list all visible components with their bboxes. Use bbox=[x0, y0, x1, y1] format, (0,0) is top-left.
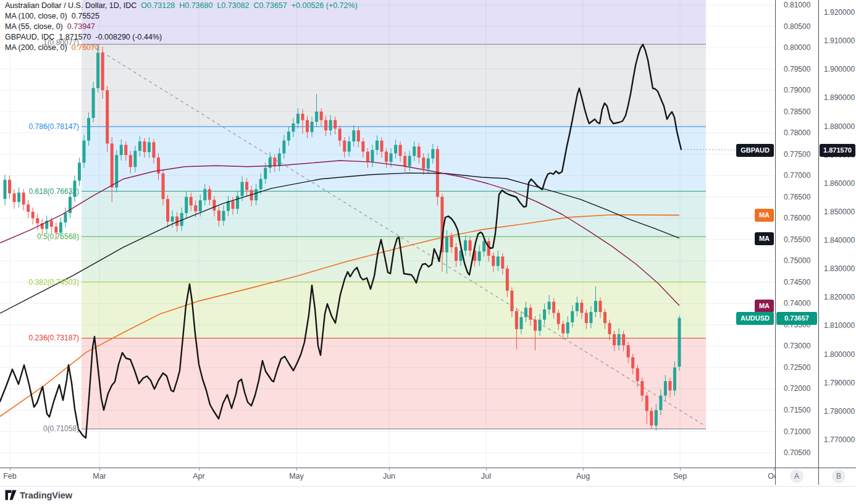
time-axis-border bbox=[0, 468, 856, 468]
gbpaud-change: -0.008290 (-0.44%) bbox=[95, 33, 162, 41]
gbpaud-label: GBPAUD, IDC bbox=[5, 33, 54, 41]
gbpaud-value: 1.871570 bbox=[59, 33, 91, 41]
price-tick: 1.850000 bbox=[824, 207, 855, 217]
price-tick: 1.920000 bbox=[824, 7, 855, 17]
month-tick bbox=[680, 468, 681, 471]
legend-ma200[interactable]: MA (200, close, 0)0.76070 bbox=[5, 43, 104, 52]
price-tick: 0.72000 bbox=[784, 384, 810, 393]
price-tick: 0.77000 bbox=[784, 170, 810, 180]
price-tick: 0.76000 bbox=[784, 213, 810, 223]
month-tick bbox=[10, 468, 10, 471]
month-label: Aug bbox=[569, 472, 597, 481]
ma100-value: 0.75525 bbox=[72, 12, 99, 20]
price-tick: 1.880000 bbox=[824, 122, 855, 132]
ohlc-high: H0.73680 bbox=[179, 1, 212, 10]
price-tick: 0.76500 bbox=[784, 192, 810, 202]
price-tick: 0.70500 bbox=[784, 448, 810, 458]
month-label: Jun bbox=[376, 472, 403, 481]
legend-main-series[interactable]: Australian Dollar / U.S. Dollar, 1D, IDC… bbox=[5, 1, 362, 10]
legend-ma55[interactable]: MA (55, close, 0)0.73947 bbox=[5, 22, 99, 32]
footer-divider bbox=[0, 486, 856, 487]
price-tick: 0.73000 bbox=[784, 341, 810, 351]
axis-separator-1 bbox=[775, 0, 776, 485]
scale-a-button[interactable]: A bbox=[790, 469, 804, 483]
gbpaud-last-price-badge: 1.871570 bbox=[820, 144, 855, 157]
month-tick bbox=[583, 468, 584, 471]
ma55-label: MA (55, close, 0) bbox=[5, 22, 63, 31]
price-tick: 1.800000 bbox=[824, 350, 855, 359]
gbpaud-price-flag: GBPAUD bbox=[736, 144, 774, 157]
legend-gbpaud[interactable]: GBPAUD, IDC1.871570-0.008290 (-0.44%) bbox=[5, 33, 166, 42]
price-tick: 1.790000 bbox=[824, 378, 855, 388]
ma55-value: 0.73947 bbox=[67, 22, 95, 31]
price-tick: 1.890000 bbox=[824, 93, 855, 103]
legend-ma100[interactable]: MA (100, close, 0)0.75525 bbox=[5, 12, 104, 21]
month-label: May bbox=[283, 472, 310, 481]
ma100-flag: MA bbox=[755, 232, 774, 245]
month-tick bbox=[774, 468, 774, 471]
fib-labels: 1(0.80077)0.786(0.78147)0.618(0.76632)0.… bbox=[0, 0, 80, 468]
ma200-value: 0.76070 bbox=[72, 43, 99, 52]
tradingview-logo[interactable]: TradingView bbox=[5, 490, 72, 500]
month-label: Feb bbox=[0, 472, 23, 481]
month-tick bbox=[389, 468, 390, 471]
price-axis-gbpaud[interactable]: 1.9200001.9100001.9000001.8900001.880000… bbox=[819, 0, 856, 468]
scale-b-button[interactable]: B bbox=[832, 469, 846, 483]
month-label: Oct bbox=[760, 472, 775, 481]
price-tick: 1.820000 bbox=[824, 292, 855, 302]
fib-level-label: 0.382(0.74503) bbox=[0, 277, 79, 287]
audusd-last-price-badge: 0.73657 bbox=[776, 312, 817, 325]
month-tick bbox=[296, 468, 297, 471]
price-tick: 0.78500 bbox=[784, 107, 810, 117]
tradingview-chart-window: 1(0.80077)0.786(0.78147)0.618(0.76632)0.… bbox=[0, 0, 856, 504]
ohlc-low: L0.73082 bbox=[217, 1, 249, 10]
fib-level-label: 0(0.71058) bbox=[0, 424, 79, 434]
change-label: +0.00526 (+0.72%) bbox=[292, 1, 358, 10]
tradingview-logo-text: TradingView bbox=[20, 490, 72, 500]
price-tick: 0.80500 bbox=[784, 22, 810, 32]
fib-level-label: 0.618(0.76632) bbox=[0, 187, 79, 196]
price-tick: 1.860000 bbox=[824, 178, 855, 188]
price-tick: 0.75500 bbox=[784, 235, 810, 245]
price-tick: 1.840000 bbox=[824, 235, 855, 245]
price-tick: 0.79000 bbox=[784, 85, 810, 95]
price-tick: 0.80000 bbox=[784, 43, 810, 52]
fib-level-label: 0.5(0.75568) bbox=[0, 232, 79, 242]
price-tick: 0.72500 bbox=[784, 363, 810, 372]
price-tick: 1.910000 bbox=[824, 36, 855, 46]
price-tick: 0.75000 bbox=[784, 256, 810, 266]
fib-level-label: 0.236(0.73187) bbox=[0, 333, 79, 343]
price-tick: 0.81000 bbox=[784, 0, 810, 10]
month-label: Apr bbox=[185, 472, 212, 481]
ohlc-open: O0.73128 bbox=[141, 1, 175, 10]
month-tick bbox=[99, 468, 100, 471]
price-tick: 0.78000 bbox=[784, 128, 810, 138]
price-axis-audusd[interactable]: 0.810000.805000.800000.795000.790000.785… bbox=[776, 0, 818, 468]
price-tick: 0.74500 bbox=[784, 277, 810, 287]
symbol-title: Australian Dollar / U.S. Dollar, 1D, IDC bbox=[5, 1, 136, 10]
month-label: Jul bbox=[472, 472, 500, 481]
price-tick: 0.74000 bbox=[784, 298, 810, 308]
month-label: Mar bbox=[86, 472, 113, 481]
ma200-flag: MA bbox=[755, 209, 774, 222]
price-tick: 1.770000 bbox=[824, 435, 855, 445]
price-tick: 0.71000 bbox=[784, 427, 810, 437]
month-tick bbox=[199, 468, 199, 471]
fib-level-label: 0.786(0.78147) bbox=[0, 122, 79, 132]
price-chart-canvas[interactable] bbox=[0, 0, 775, 468]
price-tick: 1.780000 bbox=[824, 406, 855, 416]
ma55-flag: MA bbox=[755, 300, 774, 313]
ma100-label: MA (100, close, 0) bbox=[5, 12, 67, 20]
axis-separator-2 bbox=[818, 0, 819, 485]
month-label: Sep bbox=[666, 472, 694, 481]
audusd-price-flag: AUDUSD bbox=[736, 312, 774, 325]
price-tick: 1.900000 bbox=[824, 64, 855, 74]
price-tick: 0.77500 bbox=[784, 149, 810, 159]
price-tick: 0.71500 bbox=[784, 405, 810, 415]
ma200-label: MA (200, close, 0) bbox=[5, 43, 67, 52]
month-tick bbox=[486, 468, 487, 471]
time-axis[interactable]: FebMarAprMayJunJulAugSepOct bbox=[0, 468, 775, 485]
ohlc-close: C0.73657 bbox=[254, 1, 287, 10]
tradingview-logo-icon bbox=[5, 490, 17, 500]
price-tick: 1.830000 bbox=[824, 264, 855, 274]
